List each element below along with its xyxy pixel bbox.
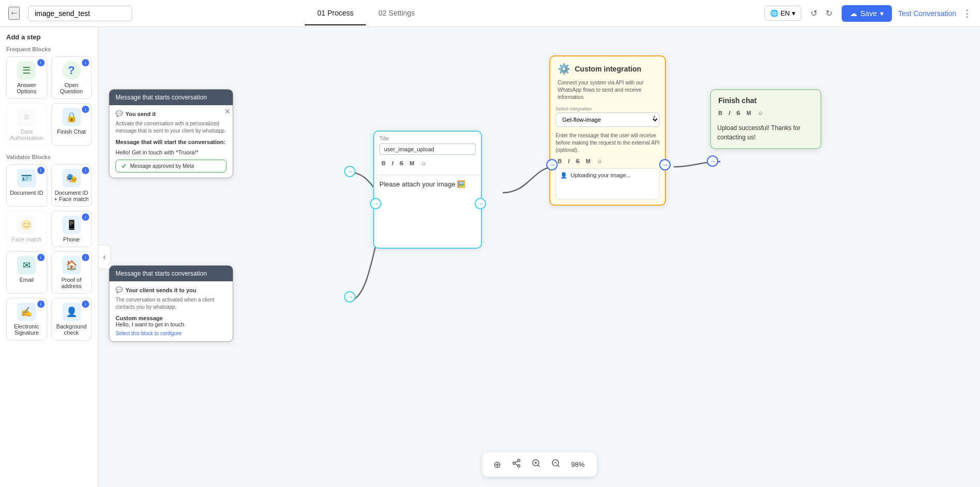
sidebar-item-proof-address[interactable]: i 🏠 Proof of address — [51, 251, 92, 294]
canvas[interactable]: ‹ Message that starts conversation 💬 You… — [98, 27, 980, 487]
oq-title-input[interactable] — [379, 144, 476, 155]
e-signature-label: Electronic Signature — [9, 323, 45, 336]
save-button[interactable]: ☁ Save ▾ — [842, 5, 892, 22]
validator-blocks-grid: i 🪪 Document ID i 🎭 Document ID + Face m… — [6, 164, 92, 340]
fc-bold-btn[interactable]: B — [716, 109, 725, 117]
sidebar-item-electronic-signature[interactable]: i ✍ Electronic Signature — [6, 298, 47, 340]
collapse-sidebar-button[interactable]: ‹ — [98, 245, 111, 269]
fc-emoji-btn[interactable]: ☺ — [756, 109, 765, 117]
node-title-1: Message that starts conversation — [116, 94, 207, 101]
sidebar-item-face-match[interactable]: 😊 Face match — [6, 211, 47, 247]
main-layout: Add a step Frequent Blocks i ☰ Answer Op… — [0, 27, 980, 487]
sidebar-item-document-id[interactable]: i 🪪 Document ID — [6, 164, 47, 207]
tab-process[interactable]: 01 Process — [305, 2, 366, 25]
node-body-1: 💬 You send it Activate the conversation … — [109, 105, 233, 178]
info-dot: i — [82, 213, 89, 221]
header-tabs: 01 Process 02 Settings — [305, 2, 427, 25]
focus-button[interactable]: ⊕ — [490, 457, 504, 472]
uploading-icon: 👤 — [560, 172, 567, 179]
node-header-bar-2: Message that starts conversation — [109, 266, 233, 281]
zoom-out-button[interactable] — [548, 456, 563, 472]
sidebar-item-open-question[interactable]: i ? Open Question — [51, 56, 92, 99]
connector-oq-right[interactable]: → — [475, 198, 486, 209]
face-match-icon: 😊 — [17, 216, 36, 234]
info-dot: i — [37, 167, 45, 174]
emoji-btn[interactable]: ☺ — [419, 159, 429, 167]
node-ci-header: ⚙️ Custom integration — [550, 56, 665, 79]
title-label: Title — [379, 136, 389, 141]
strikethrough-btn[interactable]: S — [397, 159, 405, 167]
sidebar-item-data-authorization[interactable]: ≡ Data Authorization — [6, 103, 47, 146]
ci-emoji-btn[interactable]: ☺ — [595, 157, 605, 165]
custom-msg-label: Custom message — [116, 315, 226, 321]
lang-label: EN — [780, 9, 790, 17]
ci-italic-btn[interactable]: I — [566, 157, 572, 165]
sidebar-title: Add a step — [6, 33, 92, 41]
node-close-1[interactable]: ✕ — [224, 107, 231, 116]
undo-button[interactable]: ↺ — [807, 6, 820, 20]
back-button[interactable]: ← — [8, 7, 20, 20]
sidebar-item-finish-chat[interactable]: i 🔒 Finish Chat — [51, 103, 92, 146]
save-label: Save — [860, 9, 877, 18]
node-desc-2: The conversation is activated when a cli… — [116, 296, 226, 311]
node-message-start-2[interactable]: Message that starts conversation 💬 Your … — [109, 265, 233, 342]
connector-fc-left[interactable]: → — [707, 155, 718, 167]
info-dot: i — [37, 59, 45, 66]
sidebar-item-doc-face-match[interactable]: i 🎭 Document ID + Face match — [51, 164, 92, 207]
header: ← 01 Process 02 Settings 🌐 EN ▾ ↺ ↻ ☁ Sa… — [0, 0, 980, 27]
ci-mono-btn[interactable]: M — [584, 157, 592, 165]
italic-btn[interactable]: I — [390, 159, 395, 167]
connector-1-right[interactable]: → — [344, 166, 356, 177]
oq-content: Please attach your image 🖼️ — [374, 175, 481, 248]
sidebar-item-answer-options[interactable]: i ☰ Answer Options — [6, 56, 47, 99]
integration-select[interactable]: Get-flow-image — [556, 112, 660, 127]
connector-2-right[interactable]: → — [344, 291, 356, 303]
share-button[interactable] — [508, 456, 524, 472]
sidebar-item-email[interactable]: i ✉ Email — [6, 251, 47, 294]
document-id-icon: 🪪 — [17, 169, 36, 188]
test-conversation-button[interactable]: Test Conversation — [898, 9, 956, 18]
fc-italic-btn[interactable]: I — [727, 109, 732, 117]
ci-msg-label: Enter the message that the user will rec… — [556, 132, 660, 154]
connector-ci-left[interactable]: → — [546, 159, 558, 170]
flow-title-input[interactable] — [28, 6, 132, 21]
redo-button[interactable]: ↻ — [822, 6, 835, 20]
fc-strike-btn[interactable]: S — [734, 109, 742, 117]
node-message-start-1[interactable]: Message that starts conversation 💬 You s… — [109, 89, 233, 178]
doc-face-match-label: Document ID + Face match — [54, 190, 90, 202]
config-link[interactable]: Select this block to configure — [116, 331, 226, 336]
custom-msg-text: Hello, I want to get in touch — [116, 321, 226, 327]
node-custom-integration[interactable]: ⚙️ Custom integration Connect your syste… — [549, 55, 666, 206]
sidebar-item-background-check[interactable]: i 👤 Background check — [51, 298, 92, 340]
more-options-button[interactable]: ⋮ — [962, 8, 972, 19]
chevron-down-icon: ▾ — [792, 9, 796, 17]
sidebar-item-phone[interactable]: i 📱 Phone — [51, 211, 92, 247]
ci-strike-btn[interactable]: S — [574, 157, 581, 165]
doc-face-match-icon: 🎭 — [62, 169, 81, 188]
zoom-in-button[interactable] — [528, 456, 544, 472]
connector-oq-left[interactable]: → — [370, 198, 381, 209]
background-check-label: Background check — [54, 323, 90, 336]
document-id-label: Document ID — [10, 190, 43, 196]
ci-upload-area: 👤 Uploading your image... — [556, 168, 660, 199]
node-finish-chat[interactable]: Finish chat B I S M ☺ Upload successful!… — [710, 89, 821, 149]
fc-mono-btn[interactable]: M — [744, 109, 753, 117]
frequent-blocks-label: Frequent Blocks — [6, 46, 92, 52]
node-open-question[interactable]: Title B I S M ☺ Please attach your image… — [373, 131, 482, 249]
message-approved-badge: ✔ Message approved by Meta — [116, 160, 226, 173]
data-auth-label: Data Authorization — [9, 128, 45, 141]
language-selector[interactable]: 🌐 EN ▾ — [764, 6, 801, 21]
tab-settings[interactable]: 02 Settings — [366, 2, 427, 25]
custom-integration-body: Select integration Get-flow-image Enter … — [550, 106, 665, 205]
bold-btn[interactable]: B — [379, 159, 388, 167]
svg-point-0 — [517, 460, 520, 462]
info-dot: i — [82, 106, 89, 113]
node-subtitle-text-2: Your client sends it to you — [125, 287, 196, 293]
email-label: Email — [19, 277, 34, 283]
finish-chat-icon: 🔒 — [62, 108, 81, 126]
custom-integration-icon: ⚙️ — [558, 63, 571, 75]
custom-integration-desc: Connect your system via API with our Wha… — [550, 79, 665, 106]
connector-ci-right[interactable]: → — [659, 159, 671, 170]
e-signature-icon: ✍ — [17, 303, 36, 321]
mono-btn[interactable]: M — [407, 159, 416, 167]
